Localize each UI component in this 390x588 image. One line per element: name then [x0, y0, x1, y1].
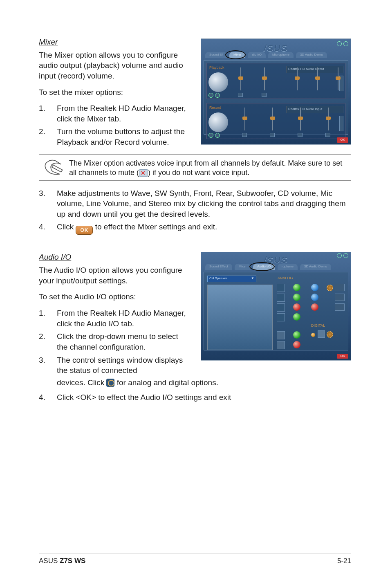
screenshot-tabs: Sound Effect Mixer Audio I/O rophone 3D …	[205, 264, 347, 270]
note-text-b: ) if you do not want voice input.	[148, 168, 249, 177]
audio-io-screenshot: /SUS Sound Effect Mixer Audio I/O rophon…	[201, 252, 351, 361]
device-slot-icon	[335, 284, 345, 291]
playback-device-box: Realtek HD Audio output	[286, 66, 343, 73]
step-2: 2. Click the drop-down menu to select th…	[39, 331, 190, 352]
audioio-steps-1-2: 1. From the Realtek HD Audio Manager, cl…	[39, 308, 190, 376]
jack-green-icon	[293, 284, 300, 291]
jack-green-icon	[293, 294, 300, 301]
step4-pre: Click	[57, 222, 76, 231]
volume-slider	[272, 108, 273, 130]
step-text: From the Realtek HD Audio Manager, click…	[57, 103, 190, 124]
mute-toggle-icon	[325, 133, 330, 137]
mute-toggle-icon	[298, 133, 303, 137]
mixer-steps-3-4: 3. Make adjustments to Wave, SW Synth, F…	[39, 188, 351, 235]
ok-button-icon: OK	[76, 226, 93, 235]
note-text: The Mixer option activates voice input f…	[69, 157, 351, 178]
jack-icon	[277, 303, 285, 312]
window-close-icon	[343, 253, 348, 258]
volume-slider	[244, 108, 245, 130]
audioio-steps-cont: devices. Click for analog and digital op…	[39, 377, 351, 402]
step-2: 2. Turn the volume buttons to adjust the…	[39, 126, 190, 147]
volume-slider	[338, 67, 338, 90]
jack-red-icon	[293, 303, 300, 311]
status-dot-icon	[311, 333, 315, 337]
mixer-intro: The Mixer option allows you to configure…	[39, 50, 190, 81]
footer-page: 5-21	[337, 557, 351, 566]
window-close-icon	[343, 41, 348, 46]
jack-green-icon	[293, 331, 300, 339]
step-4: 4. Click OK to effect the Mixer settings…	[39, 222, 351, 235]
mixer-prelist: To set the mixer options:	[39, 87, 190, 98]
jack-red-icon	[311, 303, 318, 311]
digital-port-icon	[277, 331, 285, 339]
device-slot-icon	[335, 294, 345, 301]
step-text: The control settings window displays the…	[57, 355, 190, 376]
step4-post: to effect the Mixer settings and exit.	[93, 222, 217, 231]
mixer-screenshot: /SUS Sound Ef Mixer dio I/O Microphone 3…	[201, 38, 351, 145]
device-slot-icon	[335, 303, 345, 311]
step-text: Turn the volume buttons to adjust the Pl…	[57, 126, 190, 147]
wrench-icon	[106, 379, 114, 387]
step3-line2a: devices. Click	[57, 378, 106, 387]
volume-slider	[240, 67, 241, 90]
highlight-oval	[225, 50, 246, 59]
volume-knob-icon	[208, 112, 228, 132]
step-number: 4.	[39, 222, 57, 235]
step-1: 1. From the Realtek HD Audio Manager, cl…	[39, 308, 190, 329]
volume-slider	[297, 67, 298, 90]
record-label: Record	[209, 105, 221, 110]
audioio-prelist: To set the Audio I/O options:	[39, 292, 190, 302]
note-icon	[39, 157, 69, 175]
tab-microphone: Microphone	[268, 52, 294, 58]
tab-sound-effect: Sound Effect	[205, 264, 232, 270]
jack-icon	[277, 313, 285, 321]
digital-out-icon	[318, 330, 325, 338]
step-number: 3.	[39, 188, 57, 220]
step-number	[39, 377, 57, 388]
footer-model: Z7S WS	[60, 557, 85, 565]
tab-3d-audio: 3D Audio Demo	[300, 264, 331, 270]
step-text: Make adjustments to Wave, SW Synth, Fron…	[57, 188, 351, 220]
step-3: 3. Make adjustments to Wave, SW Synth, F…	[39, 188, 351, 220]
step-text: Click OK to effect the Mixer settings an…	[57, 222, 351, 235]
window-minimize-icon	[337, 41, 342, 46]
jack-red-icon	[293, 341, 300, 348]
step-number: 1.	[39, 308, 57, 329]
wrench-icon	[327, 331, 333, 338]
volume-slider	[300, 108, 301, 130]
step-3: 3. The control settings window displays …	[39, 355, 190, 376]
screenshot-body: Playback Realtek HD Audio output Record …	[204, 60, 348, 135]
page-footer: ASUS Z7S WS 5-21	[39, 554, 351, 566]
analog-label: ANALOG	[278, 276, 293, 281]
footer-left: ASUS Z7S WS	[39, 557, 85, 566]
volume-slider	[264, 67, 265, 90]
jack-icon	[277, 294, 285, 302]
wrench-icon	[327, 285, 333, 291]
volume-slider	[317, 67, 318, 90]
mixer-steps-1-2: 1. From the Realtek HD Audio Manager, cl…	[39, 103, 190, 148]
audioio-intro: The Audio I/O option allows you configur…	[39, 265, 190, 286]
step-number: 3.	[39, 355, 57, 376]
scroll-arrow-icon	[339, 116, 343, 131]
step-number: 1.	[39, 103, 57, 124]
record-panel: Record Realtek HD Audio Input	[206, 103, 345, 139]
jack-green-icon	[293, 313, 300, 321]
screenshot-body: CH Speaker ANALOG DIGITAL	[204, 272, 348, 350]
step-3-cont: devices. Click for analog and digital op…	[39, 377, 351, 388]
jack-blue-icon	[311, 294, 318, 301]
tab-sound-effect: Sound Ef	[205, 52, 227, 58]
step-4: 4. Click <OK> to effect the Audio I/O se…	[39, 392, 351, 403]
step-text: Click <OK> to effect the Audio I/O setti…	[57, 392, 351, 403]
playback-panel: Playback Realtek HD Audio output	[206, 63, 345, 99]
volume-knob-icon	[208, 72, 228, 92]
tab-mixer: Mixer	[235, 264, 251, 270]
digital-label: DIGITAL	[311, 323, 325, 328]
room-illustration	[207, 285, 273, 350]
step-text: devices. Click for analog and digital op…	[57, 377, 351, 388]
mute-toggle-icon	[262, 93, 267, 97]
playback-label: Playback	[209, 65, 224, 70]
screenshot-ok-button: OK	[337, 137, 348, 143]
step-text: From the Realtek HD Audio Manager, click…	[57, 308, 190, 329]
mute-toggle-icon	[270, 133, 275, 137]
knob-buttons	[208, 133, 220, 138]
